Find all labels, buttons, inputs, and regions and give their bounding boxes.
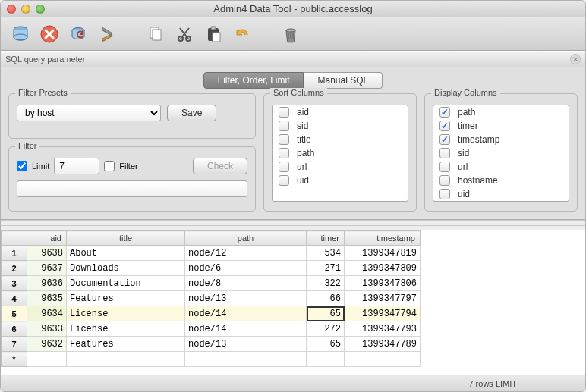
- cell-path[interactable]: node/13: [185, 337, 307, 352]
- cell-aid[interactable]: 9634: [27, 306, 67, 321]
- check-button[interactable]: Check: [193, 158, 247, 174]
- cell-timestamp[interactable]: 1399347789: [345, 337, 421, 352]
- list-item[interactable]: url: [433, 160, 569, 174]
- list-item[interactable]: path: [433, 105, 569, 119]
- cell-timer[interactable]: 272: [307, 321, 345, 337]
- tab-filter-order-limit[interactable]: Filter, Order, Limit: [203, 72, 304, 89]
- preset-select[interactable]: by host: [17, 105, 161, 121]
- list-item[interactable]: sid: [433, 146, 569, 160]
- cell-aid[interactable]: 9632: [27, 337, 67, 352]
- list-item[interactable]: timestamp: [433, 133, 569, 146]
- splitter[interactable]: [1, 220, 585, 226]
- row-number[interactable]: 1: [2, 246, 27, 261]
- cut-icon[interactable]: [172, 22, 197, 46]
- save-button[interactable]: Save: [167, 105, 216, 121]
- cell-path[interactable]: node/13: [185, 291, 307, 306]
- row-number[interactable]: 5: [2, 306, 27, 321]
- cell-timer[interactable]: 65: [307, 337, 345, 352]
- checkbox-icon[interactable]: [279, 148, 289, 158]
- table-row[interactable]: 39636Documentationnode/83221399347806: [2, 276, 421, 291]
- table-row[interactable]: 59634Licensenode/14651399347794: [2, 306, 421, 321]
- database-icon[interactable]: [8, 22, 33, 46]
- result-grid[interactable]: aidtitlepathtimertimestamp 19638Aboutnod…: [1, 230, 421, 367]
- checkbox-icon[interactable]: [279, 121, 289, 131]
- row-number[interactable]: 2: [2, 261, 27, 276]
- checkbox-icon[interactable]: [279, 107, 289, 118]
- cell-path[interactable]: node/14: [185, 321, 307, 337]
- cell-empty[interactable]: [345, 352, 421, 367]
- row-number[interactable]: 4: [2, 291, 27, 306]
- list-item[interactable]: timer: [433, 119, 569, 133]
- display-columns-list[interactable]: pathtimertimestampsidurlhostnameuid: [433, 105, 569, 202]
- cell-aid[interactable]: 9637: [27, 261, 67, 276]
- checkbox-icon[interactable]: [440, 189, 450, 199]
- limit-input[interactable]: [54, 158, 99, 174]
- checkbox-icon[interactable]: [440, 162, 450, 172]
- cell-timestamp[interactable]: 1399347819: [345, 246, 421, 261]
- table-row[interactable]: 69633Licensenode/142721399347793: [2, 321, 421, 337]
- refresh-db-icon[interactable]: [66, 22, 90, 46]
- list-item[interactable]: path: [273, 146, 408, 160]
- cell-title[interactable]: Documentation: [67, 276, 185, 291]
- cell-title[interactable]: About: [67, 246, 185, 261]
- sort-columns-list[interactable]: aidsidtitlepathurluid: [272, 105, 408, 202]
- table-row[interactable]: 19638Aboutnode/125341399347819: [2, 246, 421, 261]
- paste-icon[interactable]: [201, 22, 225, 46]
- settings-icon[interactable]: [95, 22, 119, 46]
- list-item[interactable]: uid: [433, 187, 569, 201]
- minimize-window-button[interactable]: [21, 5, 30, 14]
- cell-timer[interactable]: 271: [307, 261, 345, 276]
- cell-timer[interactable]: 65: [307, 306, 345, 321]
- cell-title[interactable]: License: [67, 306, 185, 321]
- checkbox-icon[interactable]: [279, 134, 289, 145]
- col-header-timestamp[interactable]: timestamp: [345, 231, 421, 246]
- cell-aid[interactable]: 9635: [27, 291, 67, 306]
- undo-icon[interactable]: [230, 22, 254, 46]
- checkbox-icon[interactable]: [440, 148, 450, 158]
- list-item[interactable]: hostname: [433, 174, 569, 187]
- col-header-path[interactable]: path: [185, 231, 307, 246]
- cancel-icon[interactable]: [37, 22, 61, 46]
- copy-icon[interactable]: [143, 22, 168, 46]
- cell-empty[interactable]: [67, 352, 185, 367]
- cell-path[interactable]: node/8: [185, 276, 307, 291]
- checkbox-icon[interactable]: [279, 175, 289, 186]
- close-window-button[interactable]: [7, 5, 16, 14]
- list-item[interactable]: title: [273, 133, 408, 146]
- col-header-title[interactable]: title: [67, 231, 185, 246]
- list-item[interactable]: aid: [273, 105, 408, 119]
- cell-title[interactable]: Downloads: [67, 261, 185, 276]
- list-item[interactable]: url: [273, 160, 408, 174]
- cell-empty[interactable]: [185, 352, 307, 367]
- cell-timer[interactable]: 66: [307, 291, 345, 306]
- cell-timer[interactable]: 322: [307, 276, 345, 291]
- filter-text-input[interactable]: [17, 180, 247, 197]
- cell-aid[interactable]: 9633: [27, 321, 67, 337]
- table-row[interactable]: 29637Downloadsnode/62711399347809: [2, 261, 421, 276]
- cell-empty[interactable]: [307, 352, 345, 367]
- col-header-timer[interactable]: timer: [307, 231, 345, 246]
- row-number[interactable]: 6: [2, 321, 27, 337]
- checkbox-icon[interactable]: [279, 162, 289, 172]
- cell-path[interactable]: node/6: [185, 261, 307, 276]
- cell-title[interactable]: License: [67, 321, 185, 337]
- list-item[interactable]: uid: [273, 174, 408, 187]
- cell-path[interactable]: node/12: [185, 246, 307, 261]
- cell-timestamp[interactable]: 1399347794: [345, 306, 421, 321]
- list-item[interactable]: sid: [273, 119, 408, 133]
- table-row-new[interactable]: *: [2, 352, 421, 367]
- col-header-aid[interactable]: aid: [27, 231, 67, 246]
- cell-path[interactable]: node/14: [185, 306, 307, 321]
- cell-empty[interactable]: [27, 352, 67, 367]
- checkbox-icon[interactable]: [440, 107, 450, 118]
- table-row[interactable]: 79632Featuresnode/13651399347789: [2, 337, 421, 352]
- cell-aid[interactable]: 9636: [27, 276, 67, 291]
- zoom-window-button[interactable]: [36, 5, 45, 14]
- table-row[interactable]: 49635Featuresnode/13661399347797: [2, 291, 421, 306]
- cell-timestamp[interactable]: 1399347806: [345, 276, 421, 291]
- checkbox-icon[interactable]: [440, 134, 450, 145]
- row-number[interactable]: 3: [2, 276, 27, 291]
- cell-timestamp[interactable]: 1399347809: [345, 261, 421, 276]
- checkbox-icon[interactable]: [440, 121, 450, 131]
- filter-checkbox[interactable]: [104, 161, 115, 171]
